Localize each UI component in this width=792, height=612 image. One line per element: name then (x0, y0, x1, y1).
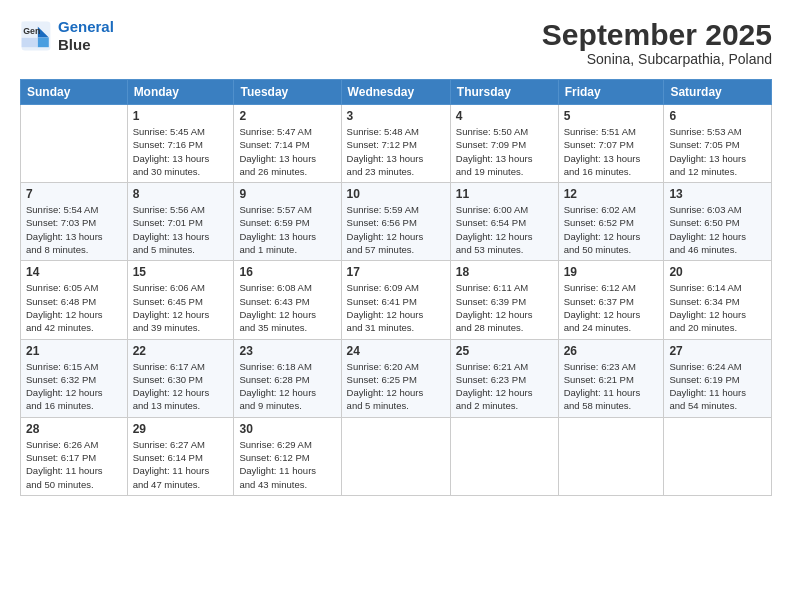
header: Gen General Blue September 2025 Sonina, … (20, 18, 772, 67)
calendar-cell: 7Sunrise: 5:54 AM Sunset: 7:03 PM Daylig… (21, 183, 128, 261)
calendar-cell: 2Sunrise: 5:47 AM Sunset: 7:14 PM Daylig… (234, 105, 341, 183)
calendar-subtitle: Sonina, Subcarpathia, Poland (542, 51, 772, 67)
calendar-title: September 2025 (542, 18, 772, 51)
calendar-cell: 21Sunrise: 6:15 AM Sunset: 6:32 PM Dayli… (21, 339, 128, 417)
day-number: 11 (456, 187, 553, 201)
calendar-cell: 17Sunrise: 6:09 AM Sunset: 6:41 PM Dayli… (341, 261, 450, 339)
calendar-cell (558, 417, 664, 495)
calendar-cell: 3Sunrise: 5:48 AM Sunset: 7:12 PM Daylig… (341, 105, 450, 183)
day-number: 22 (133, 344, 229, 358)
day-number: 29 (133, 422, 229, 436)
calendar-cell: 22Sunrise: 6:17 AM Sunset: 6:30 PM Dayli… (127, 339, 234, 417)
day-info: Sunrise: 5:45 AM Sunset: 7:16 PM Dayligh… (133, 125, 229, 178)
weekday-header-monday: Monday (127, 80, 234, 105)
day-info: Sunrise: 6:03 AM Sunset: 6:50 PM Dayligh… (669, 203, 766, 256)
weekday-header-thursday: Thursday (450, 80, 558, 105)
calendar-cell: 8Sunrise: 5:56 AM Sunset: 7:01 PM Daylig… (127, 183, 234, 261)
day-info: Sunrise: 5:59 AM Sunset: 6:56 PM Dayligh… (347, 203, 445, 256)
day-info: Sunrise: 5:56 AM Sunset: 7:01 PM Dayligh… (133, 203, 229, 256)
day-info: Sunrise: 6:21 AM Sunset: 6:23 PM Dayligh… (456, 360, 553, 413)
day-info: Sunrise: 6:14 AM Sunset: 6:34 PM Dayligh… (669, 281, 766, 334)
calendar-cell: 28Sunrise: 6:26 AM Sunset: 6:17 PM Dayli… (21, 417, 128, 495)
calendar-cell (21, 105, 128, 183)
calendar-cell: 14Sunrise: 6:05 AM Sunset: 6:48 PM Dayli… (21, 261, 128, 339)
week-row-3: 14Sunrise: 6:05 AM Sunset: 6:48 PM Dayli… (21, 261, 772, 339)
day-number: 20 (669, 265, 766, 279)
week-row-5: 28Sunrise: 6:26 AM Sunset: 6:17 PM Dayli… (21, 417, 772, 495)
week-row-2: 7Sunrise: 5:54 AM Sunset: 7:03 PM Daylig… (21, 183, 772, 261)
day-number: 10 (347, 187, 445, 201)
day-number: 13 (669, 187, 766, 201)
calendar-cell: 9Sunrise: 5:57 AM Sunset: 6:59 PM Daylig… (234, 183, 341, 261)
page: Gen General Blue September 2025 Sonina, … (0, 0, 792, 612)
day-info: Sunrise: 6:18 AM Sunset: 6:28 PM Dayligh… (239, 360, 335, 413)
calendar-cell: 4Sunrise: 5:50 AM Sunset: 7:09 PM Daylig… (450, 105, 558, 183)
day-number: 27 (669, 344, 766, 358)
calendar-cell: 11Sunrise: 6:00 AM Sunset: 6:54 PM Dayli… (450, 183, 558, 261)
day-number: 9 (239, 187, 335, 201)
weekday-header-friday: Friday (558, 80, 664, 105)
day-info: Sunrise: 6:09 AM Sunset: 6:41 PM Dayligh… (347, 281, 445, 334)
day-number: 25 (456, 344, 553, 358)
calendar-cell: 27Sunrise: 6:24 AM Sunset: 6:19 PM Dayli… (664, 339, 772, 417)
title-block: September 2025 Sonina, Subcarpathia, Pol… (542, 18, 772, 67)
logo-icon: Gen (20, 20, 52, 52)
day-info: Sunrise: 6:20 AM Sunset: 6:25 PM Dayligh… (347, 360, 445, 413)
day-info: Sunrise: 5:54 AM Sunset: 7:03 PM Dayligh… (26, 203, 122, 256)
svg-marker-2 (38, 38, 49, 48)
day-info: Sunrise: 5:57 AM Sunset: 6:59 PM Dayligh… (239, 203, 335, 256)
weekday-header-wednesday: Wednesday (341, 80, 450, 105)
calendar-table: SundayMondayTuesdayWednesdayThursdayFrid… (20, 79, 772, 496)
day-info: Sunrise: 5:48 AM Sunset: 7:12 PM Dayligh… (347, 125, 445, 178)
calendar-cell: 15Sunrise: 6:06 AM Sunset: 6:45 PM Dayli… (127, 261, 234, 339)
calendar-cell: 16Sunrise: 6:08 AM Sunset: 6:43 PM Dayli… (234, 261, 341, 339)
day-number: 17 (347, 265, 445, 279)
day-info: Sunrise: 6:02 AM Sunset: 6:52 PM Dayligh… (564, 203, 659, 256)
day-info: Sunrise: 6:26 AM Sunset: 6:17 PM Dayligh… (26, 438, 122, 491)
calendar-cell: 10Sunrise: 5:59 AM Sunset: 6:56 PM Dayli… (341, 183, 450, 261)
weekday-header-row: SundayMondayTuesdayWednesdayThursdayFrid… (21, 80, 772, 105)
day-info: Sunrise: 6:27 AM Sunset: 6:14 PM Dayligh… (133, 438, 229, 491)
calendar-cell: 18Sunrise: 6:11 AM Sunset: 6:39 PM Dayli… (450, 261, 558, 339)
day-number: 5 (564, 109, 659, 123)
day-info: Sunrise: 6:00 AM Sunset: 6:54 PM Dayligh… (456, 203, 553, 256)
day-info: Sunrise: 6:23 AM Sunset: 6:21 PM Dayligh… (564, 360, 659, 413)
calendar-cell: 30Sunrise: 6:29 AM Sunset: 6:12 PM Dayli… (234, 417, 341, 495)
calendar-cell: 25Sunrise: 6:21 AM Sunset: 6:23 PM Dayli… (450, 339, 558, 417)
calendar-cell (341, 417, 450, 495)
day-info: Sunrise: 5:50 AM Sunset: 7:09 PM Dayligh… (456, 125, 553, 178)
calendar-cell: 6Sunrise: 5:53 AM Sunset: 7:05 PM Daylig… (664, 105, 772, 183)
day-info: Sunrise: 6:06 AM Sunset: 6:45 PM Dayligh… (133, 281, 229, 334)
day-number: 26 (564, 344, 659, 358)
day-number: 14 (26, 265, 122, 279)
logo-text: General Blue (58, 18, 114, 54)
day-number: 21 (26, 344, 122, 358)
day-info: Sunrise: 6:05 AM Sunset: 6:48 PM Dayligh… (26, 281, 122, 334)
day-info: Sunrise: 6:12 AM Sunset: 6:37 PM Dayligh… (564, 281, 659, 334)
day-number: 15 (133, 265, 229, 279)
day-number: 8 (133, 187, 229, 201)
day-number: 1 (133, 109, 229, 123)
calendar-cell: 26Sunrise: 6:23 AM Sunset: 6:21 PM Dayli… (558, 339, 664, 417)
day-number: 19 (564, 265, 659, 279)
day-number: 3 (347, 109, 445, 123)
calendar-cell: 12Sunrise: 6:02 AM Sunset: 6:52 PM Dayli… (558, 183, 664, 261)
calendar-cell: 24Sunrise: 6:20 AM Sunset: 6:25 PM Dayli… (341, 339, 450, 417)
day-number: 2 (239, 109, 335, 123)
day-number: 7 (26, 187, 122, 201)
calendar-cell: 20Sunrise: 6:14 AM Sunset: 6:34 PM Dayli… (664, 261, 772, 339)
day-info: Sunrise: 6:24 AM Sunset: 6:19 PM Dayligh… (669, 360, 766, 413)
day-number: 24 (347, 344, 445, 358)
day-info: Sunrise: 6:15 AM Sunset: 6:32 PM Dayligh… (26, 360, 122, 413)
week-row-4: 21Sunrise: 6:15 AM Sunset: 6:32 PM Dayli… (21, 339, 772, 417)
calendar-cell: 29Sunrise: 6:27 AM Sunset: 6:14 PM Dayli… (127, 417, 234, 495)
weekday-header-sunday: Sunday (21, 80, 128, 105)
calendar-cell: 5Sunrise: 5:51 AM Sunset: 7:07 PM Daylig… (558, 105, 664, 183)
day-number: 4 (456, 109, 553, 123)
day-number: 28 (26, 422, 122, 436)
day-info: Sunrise: 5:53 AM Sunset: 7:05 PM Dayligh… (669, 125, 766, 178)
weekday-header-saturday: Saturday (664, 80, 772, 105)
week-row-1: 1Sunrise: 5:45 AM Sunset: 7:16 PM Daylig… (21, 105, 772, 183)
calendar-cell: 1Sunrise: 5:45 AM Sunset: 7:16 PM Daylig… (127, 105, 234, 183)
day-number: 18 (456, 265, 553, 279)
